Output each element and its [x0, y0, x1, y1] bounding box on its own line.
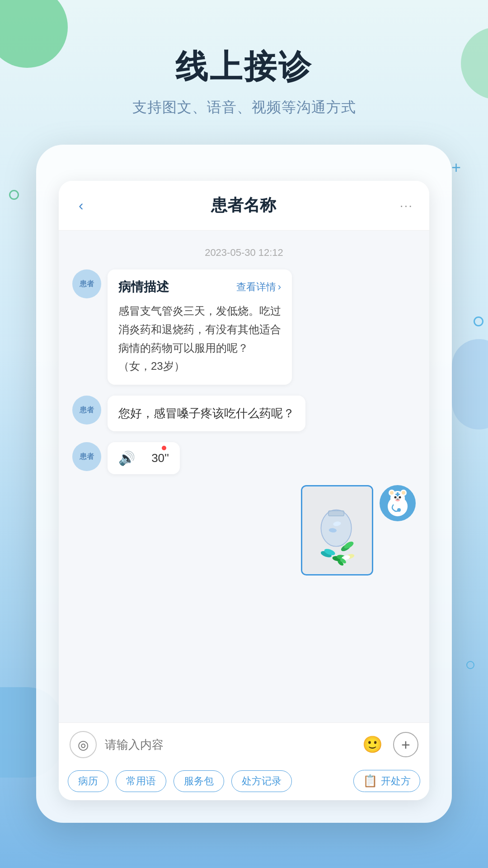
emoji-icon: 🙂 — [362, 735, 383, 754]
bg-plus-icon: + — [451, 158, 461, 177]
condition-header: 病情描述 查看详情 › — [118, 278, 281, 296]
svg-point-5 — [402, 491, 405, 495]
page-subtitle: 支持图文、语音、视频等沟通方式 — [0, 98, 488, 118]
doctor-bear-icon — [382, 487, 413, 519]
medicine-image-bubble[interactable] — [301, 485, 373, 576]
open-prescription-button[interactable]: 📋 开处方 — [353, 770, 420, 792]
phone-mockup: ‹ 患者名称 ··· 2023-05-30 12:12 患者 病情描述 查看详情 — [36, 145, 452, 823]
message-row: 患者 🔊 30'' — [72, 442, 416, 474]
svg-rect-12 — [397, 492, 399, 496]
back-button[interactable]: ‹ — [75, 193, 87, 217]
message-input[interactable] — [105, 731, 352, 758]
medical-record-label: 病历 — [78, 775, 98, 787]
chat-window: ‹ 患者名称 ··· 2023-05-30 12:12 患者 病情描述 查看详情 — [59, 181, 429, 800]
chat-header: ‹ 患者名称 ··· — [59, 181, 429, 231]
svg-point-10 — [397, 508, 401, 512]
avatar-label: 患者 — [80, 279, 94, 289]
detail-link-text: 查看详情 — [236, 280, 276, 294]
more-options-button[interactable]: ··· — [400, 198, 413, 213]
service-package-tag[interactable]: 服务包 — [174, 770, 224, 792]
detail-link[interactable]: 查看详情 › — [236, 280, 281, 294]
text-bubble: 您好，感冒嗓子疼该吃什么药呢？ — [108, 396, 305, 431]
quick-tags-row: 病历 常用语 服务包 处方记录 📋 开处方 — [59, 766, 429, 800]
condition-text: 感冒支气管炎三天，发低烧。吃过消炎药和退烧药，有没有其他适合病情的药物可以服用的… — [118, 302, 281, 376]
prescription-btn-label: 开处方 — [381, 774, 411, 788]
svg-point-7 — [399, 496, 401, 499]
capsules-image — [302, 486, 372, 574]
chat-input-area: ◎ 🙂 + 病历 常用语 服务包 — [59, 722, 429, 800]
patient-avatar: 患者 — [72, 269, 101, 298]
patient-avatar: 患者 — [72, 442, 101, 471]
chevron-right-icon: › — [278, 281, 281, 293]
message-timestamp: 2023-05-30 12:12 — [72, 247, 416, 259]
message-row: 患者 病情描述 查看详情 › 感冒支气管炎三天，发低烧。吃过消炎药和退烧药，有没… — [72, 269, 416, 385]
svg-point-4 — [390, 491, 394, 495]
avatar-label: 患者 — [80, 406, 94, 415]
doctor-avatar — [380, 485, 416, 521]
svg-point-6 — [394, 496, 397, 499]
page-title: 线上接诊 — [0, 45, 488, 89]
bg-small-circle-right-bottom — [466, 661, 474, 669]
voice-unread-dot — [162, 446, 166, 450]
condition-title: 病情描述 — [118, 278, 169, 296]
chat-body: 2023-05-30 12:12 患者 病情描述 查看详情 › 感冒支气管炎三天… — [59, 231, 429, 722]
avatar-label: 患者 — [80, 452, 94, 462]
prescription-record-label: 处方记录 — [242, 775, 282, 787]
chat-title: 患者名称 — [211, 194, 276, 217]
message-text: 您好，感冒嗓子疼该吃什么药呢？ — [118, 406, 295, 420]
svg-point-9 — [397, 499, 399, 500]
svg-rect-15 — [328, 511, 344, 516]
voice-bubble[interactable]: 🔊 30'' — [108, 442, 180, 474]
voice-wave-icon: 🔊 — [118, 450, 135, 466]
emoji-button[interactable]: 🙂 — [360, 732, 385, 757]
condition-bubble: 病情描述 查看详情 › 感冒支气管炎三天，发低烧。吃过消炎药和退烧药，有没有其他… — [108, 269, 292, 385]
voice-duration: 30'' — [151, 451, 169, 465]
voice-circle-icon: ◎ — [78, 737, 89, 752]
header-section: 线上接诊 支持图文、语音、视频等沟通方式 — [0, 45, 488, 118]
bg-small-circle-left — [9, 190, 19, 200]
prescription-icon: 📋 — [363, 774, 377, 788]
patient-avatar: 患者 — [72, 396, 101, 425]
bg-circle-right-mid — [474, 316, 483, 326]
input-row: ◎ 🙂 + — [59, 723, 429, 766]
add-button[interactable]: + — [393, 732, 418, 757]
common-phrases-tag[interactable]: 常用语 — [116, 770, 166, 792]
message-row: 患者 您好，感冒嗓子疼该吃什么药呢？ — [72, 396, 416, 431]
doctor-message-row — [72, 485, 416, 576]
prescription-record-tag[interactable]: 处方记录 — [231, 770, 292, 792]
service-package-label: 服务包 — [184, 775, 214, 787]
bg-blob-right — [452, 339, 488, 429]
voice-input-button[interactable]: ◎ — [70, 731, 97, 758]
common-phrases-label: 常用语 — [126, 775, 156, 787]
medical-record-tag[interactable]: 病历 — [68, 770, 108, 792]
plus-icon: + — [401, 736, 410, 754]
